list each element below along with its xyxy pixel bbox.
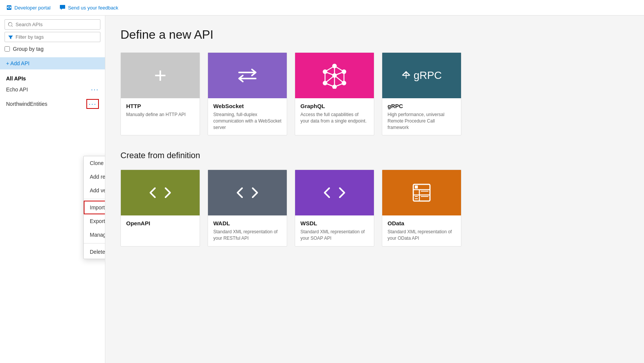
odata-card-icon (382, 170, 461, 215)
wsdl-card-title: WSDL (300, 220, 369, 226)
context-menu-clone[interactable]: Clone (84, 156, 105, 170)
feedback-link[interactable]: Send us your feedback (59, 5, 118, 11)
svg-line-15 (325, 66, 335, 72)
add-api-label: + Add API (6, 60, 30, 66)
add-revision-label: Add revision (90, 174, 105, 180)
openapi-card-title: OpenAPI (126, 220, 194, 226)
feedback-icon (59, 5, 66, 11)
graphql-logo-icon (321, 62, 348, 89)
group-by-tag-container: Group by tag (5, 46, 100, 52)
svg-line-12 (335, 83, 344, 87)
all-apis-section: All APIs (0, 72, 105, 83)
search-apis-container[interactable] (5, 19, 100, 30)
from-definition-subtitle: Create from definition (120, 151, 629, 160)
feedback-label: Send us your feedback (68, 5, 118, 11)
search-apis-input[interactable] (16, 22, 97, 27)
echo-api-dots-button[interactable]: ··· (91, 86, 99, 93)
api-card-http[interactable]: + HTTP Manually define an HTTP API (120, 52, 200, 135)
graphql-card-desc: Access the full capabilities of your dat… (300, 112, 369, 124)
wadl-card-desc: Standard XML representation of your REST… (213, 229, 281, 242)
odata-card-desc: Standard XML representation of your ODat… (388, 229, 456, 242)
graphql-card-title: GraphQL (300, 103, 369, 109)
odata-table-icon (411, 182, 432, 203)
manage-power-connector-label: Manage Power Connector (90, 232, 105, 238)
main-layout: Group by tag + Add API All APIs Echo API… (0, 16, 644, 363)
http-card-title: HTTP (126, 103, 194, 109)
grpc-text-icon: gRPC (402, 69, 442, 82)
context-menu: Clone Add revision (83, 156, 105, 259)
api-card-odata[interactable]: OData Standard XML representation of you… (382, 170, 461, 247)
wadl-card-icon (208, 170, 287, 215)
filter-tags-input[interactable] (16, 34, 97, 40)
context-menu-import[interactable]: Import (84, 201, 105, 214)
api-card-openapi[interactable]: OpenAPI (120, 170, 200, 247)
sidebar-item-northwind[interactable]: NorthwindEntities ··· (0, 96, 105, 112)
filter-tags-container[interactable] (5, 32, 100, 42)
api-cards-row2: OpenAPI WADL Standard XML representation… (120, 170, 629, 247)
filter-icon (8, 35, 13, 40)
api-card-wadl[interactable]: WADL Standard XML representation of your… (208, 170, 287, 247)
api-card-grpc[interactable]: gRPC gRPC High performance, universal Re… (382, 52, 461, 135)
wsdl-card-desc: Standard XML representation of your SOAP… (300, 229, 369, 242)
group-by-tag-label: Group by tag (13, 46, 44, 52)
openapi-card-icon (121, 170, 200, 215)
northwind-name: NorthwindEntities (6, 101, 47, 107)
echo-api-name: Echo API (6, 86, 28, 93)
api-cards-row1: + HTTP Manually define an HTTP API WebSo… (120, 52, 629, 135)
add-version-label: Add version (90, 187, 105, 193)
wadl-code-icon (237, 185, 258, 200)
grpc-card-icon: gRPC (382, 53, 461, 98)
top-bar: Developer portal Send us your feedback (0, 0, 644, 16)
context-menu-add-version[interactable]: Add version (84, 184, 105, 197)
svg-line-21 (325, 72, 335, 75)
group-by-tag-checkbox[interactable] (5, 46, 10, 52)
search-icon (8, 22, 13, 27)
svg-rect-26 (415, 185, 418, 189)
grpc-card-title: gRPC (388, 103, 456, 109)
svg-line-17 (335, 72, 344, 75)
websocket-arrows-icon (236, 68, 259, 83)
odata-card-title: OData (388, 220, 456, 226)
context-menu-add-revision[interactable]: Add revision (84, 170, 105, 184)
context-menu-manage-power-connector[interactable]: Manage Power Connector (84, 228, 105, 242)
openapi-code-icon (150, 185, 171, 200)
context-menu-delete[interactable]: Delete (84, 245, 105, 259)
developer-portal-label: Developer portal (14, 5, 50, 11)
add-api-button[interactable]: + Add API (0, 57, 105, 69)
svg-line-20 (325, 75, 335, 83)
sidebar: Group by tag + Add API All APIs Echo API… (0, 16, 105, 363)
http-plus-icon: + (154, 65, 167, 86)
http-card-desc: Manually define an HTTP API (126, 112, 194, 118)
define-api-title: Define a new API (120, 28, 629, 42)
wadl-card-title: WADL (213, 220, 281, 226)
northwind-dots-button[interactable]: ··· (86, 99, 99, 109)
sidebar-item-echo-api[interactable]: Echo API ··· (0, 83, 105, 96)
all-apis-label: All APIs (6, 75, 26, 82)
export-label: Export (90, 218, 105, 224)
context-menu-divider-2 (84, 243, 105, 244)
delete-label: Delete (90, 249, 105, 255)
websocket-card-desc: Streaming, full-duplex communication wit… (213, 112, 281, 130)
developer-portal-icon (6, 5, 12, 11)
wsdl-card-icon (295, 170, 374, 215)
clone-label: Clone (90, 160, 104, 166)
websocket-card-title: WebSocket (213, 103, 281, 109)
websocket-card-icon (208, 53, 287, 98)
api-card-graphql[interactable]: GraphQL Access the full capabilities of … (295, 52, 374, 135)
developer-portal-link[interactable]: Developer portal (6, 5, 50, 11)
context-menu-export[interactable]: Export (84, 214, 105, 228)
import-label: Import (90, 204, 105, 211)
main-content: Define a new API + HTTP Manually define … (105, 16, 644, 363)
svg-line-18 (335, 75, 344, 83)
api-card-websocket[interactable]: WebSocket Streaming, full-duplex communi… (208, 52, 287, 135)
context-menu-divider-1 (84, 199, 105, 199)
grpc-card-desc: High performance, universal Remote Proce… (388, 112, 456, 130)
svg-line-10 (335, 66, 344, 72)
svg-line-13 (325, 83, 335, 87)
wsdl-code-icon (324, 185, 345, 200)
http-card-icon: + (121, 53, 200, 98)
api-card-wsdl[interactable]: WSDL Standard XML representation of your… (295, 170, 374, 247)
graphql-card-icon (295, 53, 374, 98)
